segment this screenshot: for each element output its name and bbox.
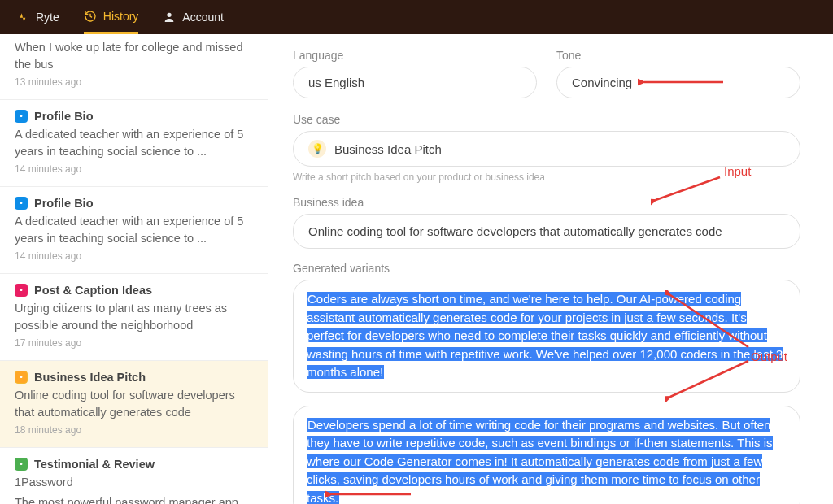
nav-history[interactable]: History — [84, 0, 139, 34]
tone-value: Convincing — [572, 76, 632, 89]
variant-2-text: Developers spend a lot of time writing c… — [307, 418, 773, 505]
history-badge-icon: • — [15, 371, 28, 384]
language-value: us English — [308, 76, 364, 89]
history-desc: When I woke up late for college and miss… — [15, 39, 253, 73]
history-desc-2: The most powerful password manager app — [15, 494, 253, 504]
history-title: Testimonial & Review — [34, 458, 155, 471]
history-badge-icon: • — [15, 284, 28, 297]
main-area: When I woke up late for college and miss… — [0, 34, 833, 504]
brand-icon — [16, 11, 29, 24]
language-select[interactable]: us English — [293, 67, 537, 98]
history-desc: A dedicated teacher with an experience o… — [15, 126, 253, 160]
history-item[interactable]: •Profile BioA dedicated teacher with an … — [0, 187, 268, 274]
tone-select[interactable]: Convincing — [556, 67, 800, 98]
history-title: Profile Bio — [34, 197, 94, 210]
history-badge-icon: • — [15, 110, 28, 123]
tone-label: Tone — [556, 49, 800, 62]
history-icon — [84, 10, 97, 23]
svg-point-0 — [168, 13, 172, 17]
history-time: 13 minutes ago — [15, 76, 253, 88]
history-title: Profile Bio — [34, 110, 94, 123]
history-item[interactable]: •Business Idea PitchOnline coding tool f… — [0, 361, 268, 448]
history-desc: Online coding tool for software develope… — [15, 387, 253, 421]
history-time: 17 minutes ago — [15, 337, 253, 349]
history-item[interactable]: •Profile BioA dedicated teacher with an … — [0, 100, 268, 187]
history-item[interactable]: •Testimonial & Review1PasswordThe most p… — [0, 448, 268, 504]
variant-2[interactable]: Developers spend a lot of time writing c… — [293, 406, 800, 505]
nav-brand[interactable]: Ryte — [16, 0, 59, 34]
brand-label: Ryte — [36, 11, 59, 24]
usecase-select[interactable]: 💡 Business Idea Pitch — [293, 131, 800, 167]
language-label: Language — [293, 49, 537, 62]
history-item[interactable]: •Post & Caption IdeasUrging citizens to … — [0, 274, 268, 361]
idea-label: Business idea — [293, 196, 800, 209]
history-item[interactable]: When I woke up late for college and miss… — [0, 34, 268, 100]
history-title: Post & Caption Ideas — [34, 284, 152, 297]
history-label: History — [103, 10, 139, 23]
history-desc: Urging citizens to plant as many trees a… — [15, 300, 253, 334]
history-time: 14 minutes ago — [15, 163, 253, 175]
history-badge-icon: • — [15, 197, 28, 210]
idea-input[interactable]: Online coding tool for software develope… — [293, 214, 800, 249]
top-nav: Ryte History Account — [0, 0, 833, 34]
variants-label: Generated variants — [293, 262, 800, 275]
history-time: 14 minutes ago — [15, 250, 253, 262]
history-time: 18 minutes ago — [15, 424, 253, 436]
history-badge-icon: • — [15, 458, 28, 471]
history-desc: 1Password — [15, 474, 253, 491]
history-desc: A dedicated teacher with an experience o… — [15, 213, 253, 247]
variant-1[interactable]: Coders are always short on time, and we'… — [293, 280, 800, 393]
account-icon — [163, 11, 176, 24]
variant-1-text: Coders are always short on time, and we'… — [307, 292, 783, 379]
idea-value: Online coding tool for software develope… — [308, 223, 722, 240]
history-title: Business Idea Pitch — [34, 371, 146, 384]
history-sidebar[interactable]: When I woke up late for college and miss… — [0, 34, 268, 504]
detail-panel: Language us English Tone Convincing Use … — [268, 34, 833, 504]
usecase-value: Business Idea Pitch — [334, 142, 442, 156]
account-label: Account — [182, 11, 224, 24]
usecase-label: Use case — [293, 113, 800, 126]
usecase-help: Write a short pitch based on your produc… — [293, 172, 800, 183]
lightbulb-icon: 💡 — [308, 140, 326, 158]
nav-account[interactable]: Account — [163, 0, 224, 34]
